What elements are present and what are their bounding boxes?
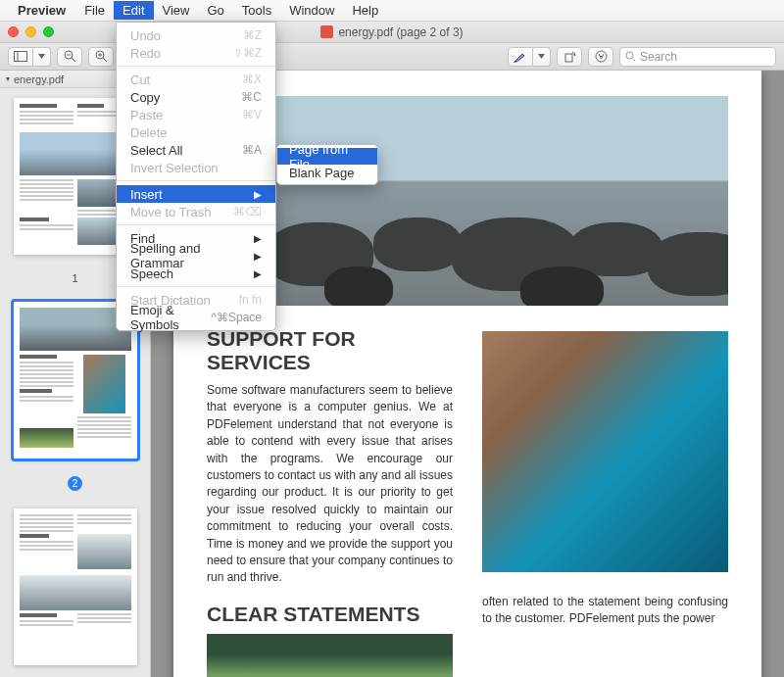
heading-support: SUPPORT FOR SERVICES <box>207 327 453 374</box>
sidebar-dropdown-button[interactable] <box>33 47 51 67</box>
menu-go[interactable]: Go <box>198 1 232 20</box>
body-support: Some software manufacturers seem to beli… <box>207 382 453 587</box>
svg-line-3 <box>72 58 75 62</box>
zoom-window-button[interactable] <box>43 26 54 37</box>
markup-dropdown-button[interactable] <box>533 47 551 67</box>
heading-clear: CLEAR STATEMENTS <box>207 603 453 626</box>
menu-edit[interactable]: Edit <box>114 1 153 20</box>
app-name[interactable]: Preview <box>18 3 66 18</box>
thumbnail-page-number: 2 <box>68 476 82 491</box>
edit-menu-dropdown: Undo⌘ZRedo⇧⌘ZCut⌘XCopy⌘CPaste⌘VDeleteSel… <box>116 22 276 331</box>
page-thumbnail[interactable] <box>14 508 137 665</box>
menu-file[interactable]: File <box>75 1 114 20</box>
svg-rect-11 <box>565 54 572 62</box>
menu-item-copy[interactable]: Copy⌘C <box>117 88 275 106</box>
close-window-button[interactable] <box>8 26 19 37</box>
menu-item-spelling-and-grammar[interactable]: Spelling and Grammar▶ <box>117 247 275 265</box>
menu-item-redo: Redo⇧⌘Z <box>117 44 275 62</box>
window-controls <box>8 26 54 37</box>
inline-image-coast <box>482 331 728 572</box>
menu-window[interactable]: Window <box>280 1 343 20</box>
menu-help[interactable]: Help <box>343 1 387 20</box>
menu-view[interactable]: View <box>154 1 199 20</box>
svg-line-6 <box>103 58 107 62</box>
pdf-icon <box>320 25 333 38</box>
svg-line-15 <box>633 59 636 62</box>
annotate-button[interactable] <box>588 47 613 67</box>
menu-item-insert[interactable]: Insert▶ <box>117 185 275 203</box>
zoom-out-button[interactable] <box>57 47 82 67</box>
rotate-button[interactable] <box>557 47 582 67</box>
markup-button[interactable] <box>508 47 533 67</box>
thumbnail-page-number: 1 <box>72 272 77 284</box>
svg-rect-0 <box>15 52 27 62</box>
menubar: Preview File Edit View Go Tools Window H… <box>0 0 784 22</box>
body-clear: often related to the statement being con… <box>482 594 728 628</box>
submenu-item-page-from-file-[interactable]: Page from File… <box>277 148 377 165</box>
minimize-window-button[interactable] <box>25 26 36 37</box>
hero-image <box>207 96 728 306</box>
menu-item-invert-selection: Invert Selection <box>117 159 275 176</box>
sidebar-toggle-button[interactable] <box>8 47 33 67</box>
search-input[interactable]: Search <box>619 47 776 67</box>
zoom-in-button[interactable] <box>88 47 114 67</box>
search-icon <box>625 51 636 62</box>
menu-item-emoji-symbols[interactable]: Emoji & Symbols^⌘Space <box>117 309 275 326</box>
inline-image-forest <box>207 634 453 677</box>
insert-submenu: Page from File…Blank Page <box>276 144 378 185</box>
menu-item-paste: Paste⌘V <box>117 106 275 123</box>
menu-item-cut: Cut⌘X <box>117 71 275 88</box>
menu-item-undo: Undo⌘Z <box>117 26 275 44</box>
menu-item-move-to-trash: Move to Trash⌘⌫ <box>117 203 275 220</box>
menu-item-delete: Delete <box>117 123 275 141</box>
menu-item-select-all[interactable]: Select All⌘A <box>117 141 275 159</box>
search-placeholder: Search <box>640 50 677 64</box>
menu-tools[interactable]: Tools <box>233 1 280 20</box>
window-title: energy.pdf (page 2 of 3) <box>338 25 463 39</box>
svg-point-14 <box>626 52 633 59</box>
